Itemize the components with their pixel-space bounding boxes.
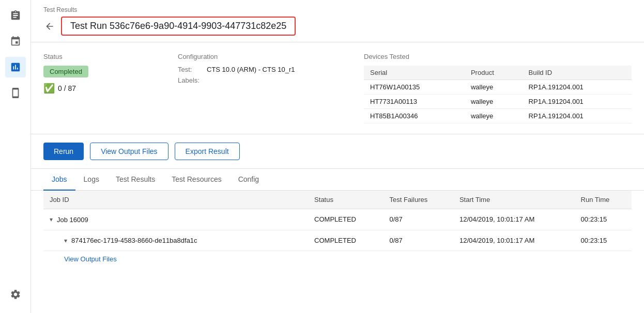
title-row: Test Run 536c76e6-9a90-4914-9903-447731c… <box>43 17 632 36</box>
device-product: walleye <box>465 109 523 123</box>
breadcrumb: Test Results <box>43 6 632 13</box>
main-content: Test Results Test Run 536c76e6-9a90-4914… <box>31 0 644 313</box>
view-output-files-link[interactable]: View Output Files <box>43 251 123 267</box>
devices-table: Serial Product Build ID HT76W1A00135 wal… <box>364 66 632 123</box>
tab-test-results[interactable]: Test Results <box>108 169 163 191</box>
device-product: walleye <box>465 95 523 109</box>
jobs-col-runtime: Run Time <box>575 191 632 209</box>
status-block: Status Completed ✅ 0 / 87 <box>43 53 178 123</box>
jobs-col-status: Status <box>308 191 383 209</box>
job-id-value: Job 16009 <box>57 216 88 224</box>
device-serial: HT85B1A00346 <box>364 109 465 123</box>
back-button[interactable] <box>43 20 56 33</box>
jobs-table: Job ID Status Test Failures Start Time R… <box>43 191 632 251</box>
actions-bar: Rerun View Output Files Export Result <box>31 134 644 169</box>
sidebar <box>0 0 31 313</box>
config-test-row: Test: CTS 10.0 (ARM) - CTS 10_r1 <box>178 66 364 73</box>
job-run-time: 00:23:15 <box>575 209 632 230</box>
status-label: Status <box>43 53 178 60</box>
tab-config[interactable]: Config <box>230 169 267 191</box>
sub-job-id-cell: ▾ 874176ec-1719-4583-8660-de11ba8dfa1c <box>43 230 308 251</box>
job-id-cell: ▾ Job 16009 <box>43 209 308 230</box>
device-build-id: RP1A.191204.001 <box>523 80 632 95</box>
job-status: COMPLETED <box>308 209 383 230</box>
sub-job-run-time: 00:23:15 <box>575 230 632 251</box>
info-section: Status Completed ✅ 0 / 87 Configuration … <box>31 42 644 134</box>
sidebar-item-settings[interactable] <box>5 284 26 305</box>
devices-tested-block: Devices Tested Serial Product Build ID H… <box>364 53 632 123</box>
view-output-button[interactable]: View Output Files <box>90 143 168 160</box>
device-build-id: RP1A.191204.001 <box>523 109 632 123</box>
devices-label: Devices Tested <box>364 53 632 60</box>
sidebar-item-calendar[interactable] <box>5 31 26 52</box>
config-labels-row: Labels: <box>178 76 364 84</box>
tab-logs[interactable]: Logs <box>75 169 108 191</box>
device-serial: HT76W1A00135 <box>364 80 465 95</box>
device-build-id: RP1A.191204.001 <box>523 95 632 109</box>
sidebar-item-phone[interactable] <box>5 83 26 103</box>
devices-table-row: HT85B1A00346 walleye RP1A.191204.001 <box>364 109 632 123</box>
tab-jobs[interactable]: Jobs <box>43 169 75 191</box>
jobs-col-start: Start Time <box>453 191 575 209</box>
rerun-button[interactable]: Rerun <box>43 143 84 160</box>
sidebar-item-clipboard[interactable] <box>5 5 26 26</box>
check-circle-icon: ✅ <box>43 83 55 94</box>
config-labels-key: Labels: <box>178 76 204 84</box>
test-run-title: Test Run 536c76e6-9a90-4914-9903-447731c… <box>61 17 296 36</box>
expand-subjob-button[interactable]: ▾ <box>64 237 67 244</box>
devices-col-product: Product <box>465 66 523 80</box>
pass-count: ✅ 0 / 87 <box>43 83 178 94</box>
config-test-value: CTS 10.0 (ARM) - CTS 10_r1 <box>207 66 295 73</box>
devices-table-row: HT7731A00113 walleye RP1A.191204.001 <box>364 95 632 109</box>
sub-job-start-time: 12/04/2019, 10:01:17 AM <box>453 230 575 251</box>
config-test-key: Test: <box>178 66 204 73</box>
status-badge: Completed <box>43 66 88 77</box>
sub-job-status: COMPLETED <box>308 230 383 251</box>
jobs-col-id: Job ID <box>43 191 308 209</box>
export-result-button[interactable]: Export Result <box>175 143 240 160</box>
tabs-bar: JobsLogsTest ResultsTest ResourcesConfig <box>31 169 644 191</box>
devices-col-serial: Serial <box>364 66 465 80</box>
pass-count-value: 0 / 87 <box>58 84 76 92</box>
tab-test-resources[interactable]: Test Resources <box>163 169 229 191</box>
sub-job-failures: 0/87 <box>384 230 453 251</box>
jobs-section: Job ID Status Test Failures Start Time R… <box>31 191 644 267</box>
configuration-block: Configuration Test: CTS 10.0 (ARM) - CTS… <box>178 53 364 123</box>
config-rows: Test: CTS 10.0 (ARM) - CTS 10_r1 Labels: <box>178 66 364 84</box>
jobs-col-failures: Test Failures <box>384 191 453 209</box>
job-start-time: 12/04/2019, 10:01:17 AM <box>453 209 575 230</box>
device-product: walleye <box>465 80 523 95</box>
job-sub-row: ▾ 874176ec-1719-4583-8660-de11ba8dfa1c C… <box>43 230 632 251</box>
job-failures: 0/87 <box>384 209 453 230</box>
expand-job-button[interactable]: ▾ <box>50 216 53 223</box>
sub-job-id-value: 874176ec-1719-4583-8660-de11ba8dfa1c <box>71 237 197 244</box>
configuration-label: Configuration <box>178 53 364 60</box>
header: Test Results Test Run 536c76e6-9a90-4914… <box>31 0 644 42</box>
devices-col-build: Build ID <box>523 66 632 80</box>
job-row: ▾ Job 16009 COMPLETED 0/87 12/04/2019, 1… <box>43 209 632 230</box>
sidebar-item-chart[interactable] <box>5 57 26 77</box>
device-serial: HT7731A00113 <box>364 95 465 109</box>
devices-table-row: HT76W1A00135 walleye RP1A.191204.001 <box>364 80 632 95</box>
